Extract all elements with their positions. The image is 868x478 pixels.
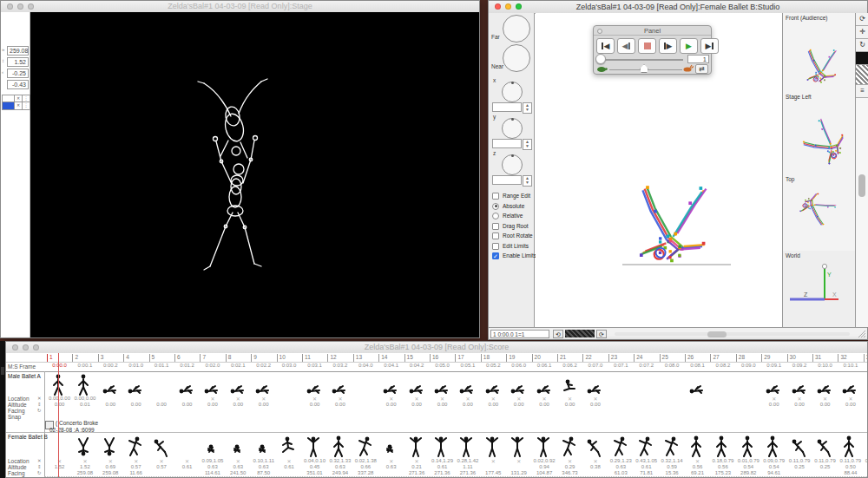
keyframe-thumbnail[interactable] [561,373,576,396]
ruler-time-label[interactable]: 0:01.1 [149,363,174,370]
speed-slider-thumb[interactable] [640,64,648,73]
keyframe-thumbnail[interactable] [433,373,449,396]
ruler-frame-number[interactable]: 27 [710,354,738,362]
ruler-time-label[interactable]: 0:00.1 [72,363,97,370]
keyframe-thumbnail[interactable] [586,435,602,457]
keyframe-thumbnail[interactable] [280,435,296,457]
ruler-time-label[interactable]: 0:10.0 [812,363,838,370]
ruler-time-label[interactable]: 0:10.2 [864,363,868,370]
near-dial[interactable] [503,44,530,72]
ink-swatch[interactable] [856,52,868,65]
ruler-frame-number[interactable]: 24 [634,354,661,362]
ruler-time-label[interactable]: 0:06.0 [506,363,531,370]
keyframe-thumbnail[interactable] [458,373,474,396]
keyframe-thumbnail[interactable] [229,373,245,396]
option-radio-relative[interactable] [492,213,499,219]
ruler-frame-number[interactable]: 13 [353,354,381,362]
keyframe-thumbnail[interactable] [637,435,653,457]
ruler-time-label[interactable]: 0:01.2 [174,363,200,370]
keyframe-thumbnail[interactable] [408,373,424,396]
play-button[interactable]: ▶ [680,38,698,54]
keyframe-thumbnail[interactable] [203,435,219,457]
studio-canvas[interactable]: Panel ◀ ◀ ▶ ▶ ▶ 1 ⇄ [536,13,782,327]
step-back-button[interactable]: ◀ [617,38,635,54]
keyframe-thumbnail[interactable] [382,373,398,396]
ruler-frame-number[interactable]: 6 [174,354,202,362]
keyframe-thumbnail[interactable] [306,435,321,457]
ruler-frame-number[interactable]: 12 [327,354,355,362]
axis-stepper-x[interactable]: ▲▼ [523,102,532,114]
ruler-frame-number[interactable]: 5 [149,354,177,362]
ruler-frame-number[interactable]: 18 [481,354,509,362]
ruler-frame-number[interactable]: 22 [582,354,610,362]
ruler-time-label[interactable]: 0:03.1 [302,363,327,370]
ruler-frame-number[interactable]: 3 [98,354,126,362]
ruler-frame-number[interactable]: 1 [47,354,75,362]
ruler-time-label[interactable]: 0:09.2 [787,363,812,370]
axis-value-field-x[interactable] [492,102,522,112]
score-titlebar[interactable]: Zelda'sBal#1 04-03-09 [Read Only]:Score [6,342,867,354]
view-world[interactable]: World Y Z X [783,251,855,329]
ruler-time-label[interactable]: 0:09.1 [761,363,786,370]
keyframe-thumbnail[interactable] [229,435,245,457]
rotate-tool-icon[interactable]: ↻ [856,39,868,52]
option-radio-absolute[interactable] [492,203,499,210]
ruler-time-label[interactable]: 0:05.0 [430,363,455,370]
orbit-tool-icon[interactable]: ⟳ [856,13,868,26]
ruler-frame-number[interactable]: 33 [864,354,868,362]
keyframe-thumbnail[interactable] [510,373,525,396]
h-scrollbar-thumb[interactable] [707,331,727,337]
ruler-time-label[interactable]: 0:04.1 [378,363,404,370]
ruler-frame-number[interactable]: 16 [430,354,457,362]
ruler-time-label[interactable]: 0:02.2 [251,363,276,370]
ruler-frame-number[interactable]: 21 [557,354,585,362]
go-to-end-button[interactable]: ▶ [700,38,719,54]
axis-dial-z[interactable] [502,154,523,175]
keyframe-thumbnail[interactable] [765,373,780,396]
keyframe-thumbnail[interactable] [254,435,270,457]
keyframe-thumbnail[interactable] [76,373,91,396]
keyframe-thumbnail[interactable] [331,435,346,457]
ruler-frame-number[interactable]: 14 [378,354,406,362]
studio-titlebar[interactable]: Zelda'sBal#1 04-03-09 [Read Only]:Female… [489,1,867,14]
ruler-time-label[interactable]: 0:04.0 [353,363,378,370]
ruler-time-label[interactable]: 0:06.1 [532,363,557,370]
key-next-button[interactable]: ⟳ [596,330,607,338]
time-position-field[interactable]: 1 0:00.0 1=1 [490,330,549,338]
playhead-line[interactable] [58,353,59,477]
ruler-frame-number[interactable]: 20 [532,354,560,362]
option-checkbox-enable-limits[interactable]: ✓ [492,252,499,259]
ruler-time-label[interactable]: 0:06.2 [557,363,582,370]
option-checkbox-drag-root[interactable] [492,223,499,230]
ruler-frame-number[interactable]: 7 [200,354,227,362]
keyframe-thumbnail[interactable] [740,435,755,457]
keyframe-thumbnail[interactable] [408,435,424,457]
option-checkbox-edit-limits[interactable] [492,243,499,250]
ruler-time-label[interactable]: 0:09.0 [736,363,761,370]
axis-value-field-z[interactable] [492,175,522,185]
ruler-frame-number[interactable]: 30 [787,354,815,362]
keyframe-thumbnail[interactable] [536,435,551,457]
pattern-swatch[interactable] [856,65,868,85]
h-scrollbar-track[interactable] [615,332,850,336]
ruler-frame-number[interactable]: 19 [506,354,534,362]
ruler-frame-number[interactable]: 23 [608,354,636,362]
keyframe-thumbnail[interactable] [484,435,500,457]
keyframe-thumbnail[interactable] [178,373,194,396]
stage-param-field[interactable]: 259.08 [7,46,29,56]
ruler-frame-number[interactable]: 29 [761,354,789,362]
keyframe-thumbnail[interactable] [536,373,551,396]
keyframe-thumbnail[interactable] [102,373,117,396]
keyframe-thumbnail[interactable] [382,435,398,457]
keyframe-thumbnail[interactable] [458,435,474,457]
ruler-time-label[interactable]: 0:04.2 [404,363,430,370]
stage-titlebar[interactable]: Zelda'sBal#1 04-03-09 [Read Only]:Stage [1,1,479,13]
stage-viewport[interactable] [30,12,479,337]
ruler-time-label[interactable]: 0:02.1 [226,363,251,370]
ruler-time-label[interactable]: 0:02.0 [200,363,225,370]
axis-stepper-z[interactable]: ▲▼ [523,175,532,187]
keyframe-thumbnail[interactable] [561,435,576,457]
ruler-time-label[interactable]: 0:03.0 [277,363,302,370]
view-front[interactable]: Front (Audience) [783,13,855,93]
option-checkbox-root-rotate[interactable] [492,232,499,239]
